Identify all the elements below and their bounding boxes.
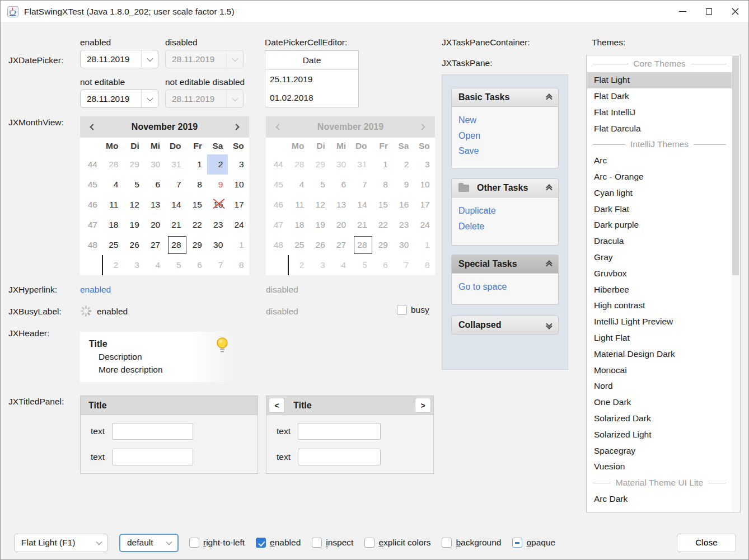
day-cell[interactable]: 17 xyxy=(228,195,249,215)
text-field[interactable] xyxy=(112,449,193,465)
day-cell[interactable]: 18 xyxy=(102,215,123,235)
theme-item-solarized-dark[interactable]: Solarized Dark xyxy=(587,411,732,427)
day-cell[interactable]: 29 xyxy=(186,235,207,255)
task-link-save[interactable]: Save xyxy=(458,143,558,159)
checkbox-inspect[interactable]: inspect xyxy=(312,538,353,548)
combo-dropdown-button[interactable] xyxy=(161,540,177,545)
checkbox-background[interactable]: background xyxy=(442,538,501,548)
day-cell[interactable]: 5 xyxy=(165,255,186,275)
task-link-delete[interactable]: Delete xyxy=(458,219,558,234)
day-cell[interactable]: 26 xyxy=(123,235,144,255)
taskpane-basic-tasks-header[interactable]: Basic Tasks xyxy=(451,88,559,107)
day-cell[interactable]: 13 xyxy=(144,195,165,215)
collapse-chevron-icon[interactable] xyxy=(547,260,551,268)
hyperlink-enabled[interactable]: enabled xyxy=(80,285,111,295)
theme-item-arc-dark[interactable]: Arc Dark xyxy=(587,491,732,507)
day-cell[interactable]: 1 xyxy=(228,235,249,255)
theme-item-one-dark[interactable]: One Dark xyxy=(587,394,732,411)
explicit-colors-checkbox[interactable] xyxy=(364,538,374,548)
taskpane-collapsed-header[interactable]: Collapsed xyxy=(451,316,559,335)
task-link-open[interactable]: Open xyxy=(458,128,558,144)
theme-item-nord[interactable]: Nord xyxy=(587,378,732,394)
theme-item-gray[interactable]: Gray xyxy=(587,250,732,266)
next-month-button[interactable] xyxy=(232,125,240,129)
day-cell[interactable]: 30 xyxy=(144,154,165,175)
close-button[interactable] xyxy=(722,1,748,22)
day-cell[interactable]: 6 xyxy=(144,175,165,195)
titled-panel-next-button[interactable]: > xyxy=(415,398,431,413)
theme-item-arc[interactable]: Arc xyxy=(587,153,732,169)
text-field[interactable] xyxy=(298,423,381,440)
theme-combo[interactable]: Flat Light (F1) xyxy=(14,534,108,552)
enabled-checkbox[interactable] xyxy=(256,538,266,548)
task-link-new[interactable]: New xyxy=(458,112,558,128)
task-link-duplicate[interactable]: Duplicate xyxy=(458,203,558,219)
day-cell[interactable]: 3 xyxy=(123,255,144,275)
theme-item-flat-darcula[interactable]: Flat Darcula xyxy=(587,120,732,137)
titled-panel-prev-button[interactable]: < xyxy=(269,398,285,413)
day-cell[interactable]: 3 xyxy=(228,154,249,175)
day-cell[interactable]: 25 xyxy=(102,235,123,255)
theme-item-solarized-light[interactable]: Solarized Light xyxy=(587,426,732,443)
minimize-button[interactable] xyxy=(670,1,696,22)
theme-item-spacegray[interactable]: Spacegray xyxy=(587,443,732,459)
datepicker-dropdown-button[interactable] xyxy=(141,50,158,68)
theme-item-high-contrast[interactable]: High contrast xyxy=(587,298,732,314)
background-checkbox[interactable] xyxy=(442,538,452,548)
datepicker-enabled[interactable]: 28.11.2019 xyxy=(80,50,158,68)
close-dialog-button[interactable]: Close xyxy=(677,534,736,552)
variant-combo[interactable]: default xyxy=(119,534,179,552)
theme-item-flat-dark[interactable]: Flat Dark xyxy=(587,88,732,105)
checkbox-opaque[interactable]: opaque xyxy=(512,538,555,548)
scrollbar-thumb[interactable] xyxy=(732,56,739,275)
taskpane-other-tasks-header[interactable]: Other Tasks xyxy=(451,178,559,197)
theme-item-light-flat[interactable]: Light Flat xyxy=(587,330,732,346)
checkbox-right-to-left[interactable]: right-to-left xyxy=(189,538,245,548)
theme-item-dracula[interactable]: Dracula xyxy=(587,233,732,250)
theme-item-arc-dark-contrast[interactable]: Arc Dark Contrast xyxy=(587,507,732,512)
busy-checkbox[interactable] xyxy=(397,305,407,315)
day-cell[interactable]: 19 xyxy=(123,215,144,235)
text-field[interactable] xyxy=(112,423,193,440)
theme-item-gruvbox[interactable]: Gruvbox xyxy=(587,265,732,281)
day-cell[interactable]: 14 xyxy=(165,195,186,215)
inspect-checkbox[interactable] xyxy=(312,538,322,548)
datepicker-not-editable[interactable]: 28.11.2019 xyxy=(80,90,158,108)
theme-item-flat-intellij[interactable]: Flat IntelliJ xyxy=(587,104,732,120)
day-cell[interactable]: 27 xyxy=(144,235,165,255)
datepicker-value[interactable]: 28.11.2019 xyxy=(81,94,141,104)
taskpane-special-tasks-header[interactable]: Special Tasks xyxy=(451,255,559,274)
text-field[interactable] xyxy=(298,449,381,465)
day-cell[interactable]: 8 xyxy=(228,255,249,275)
day-cell[interactable]: 7 xyxy=(165,175,186,195)
day-cell[interactable]: 4 xyxy=(144,255,165,275)
day-cell[interactable]: 22 xyxy=(186,215,207,235)
collapse-chevron-icon[interactable] xyxy=(547,93,551,101)
theme-item-monocai[interactable]: Monocai xyxy=(587,362,732,378)
day-cell[interactable]: 8 xyxy=(186,175,207,195)
date-table-cell[interactable]: 01.02.2018 xyxy=(265,88,358,107)
prev-month-button[interactable] xyxy=(89,125,97,129)
day-cell[interactable]: 2 xyxy=(207,154,228,175)
day-cell[interactable]: 16 xyxy=(207,195,228,215)
theme-item-arc-orange[interactable]: Arc - Orange xyxy=(587,169,732,185)
theme-item-dark-purple[interactable]: Dark purple xyxy=(587,217,732,233)
day-cell[interactable]: 12 xyxy=(123,195,144,215)
datepicker-value[interactable]: 28.11.2019 xyxy=(81,54,141,64)
checkbox-busy[interactable]: busy xyxy=(397,305,429,315)
day-cell[interactable]: 28 xyxy=(102,154,123,175)
theme-item-flat-light[interactable]: Flat Light xyxy=(587,72,732,88)
day-cell[interactable]: 20 xyxy=(144,215,165,235)
day-cell[interactable]: 28 xyxy=(165,235,186,255)
theme-item-cyan-light[interactable]: Cyan light xyxy=(587,185,732,201)
datepicker-dropdown-button[interactable] xyxy=(141,90,158,107)
day-cell[interactable]: 5 xyxy=(123,175,144,195)
task-link-go-to-space[interactable]: Go to space xyxy=(458,279,558,295)
theme-item-vuesion[interactable]: Vuesion xyxy=(587,459,732,475)
day-cell[interactable]: 1 xyxy=(186,154,207,175)
day-cell[interactable]: 6 xyxy=(186,255,207,275)
day-cell[interactable]: 7 xyxy=(207,255,228,275)
collapse-chevron-icon[interactable] xyxy=(547,184,551,192)
day-cell[interactable]: 10 xyxy=(228,175,249,195)
theme-item-dark-flat[interactable]: Dark Flat xyxy=(587,201,732,217)
